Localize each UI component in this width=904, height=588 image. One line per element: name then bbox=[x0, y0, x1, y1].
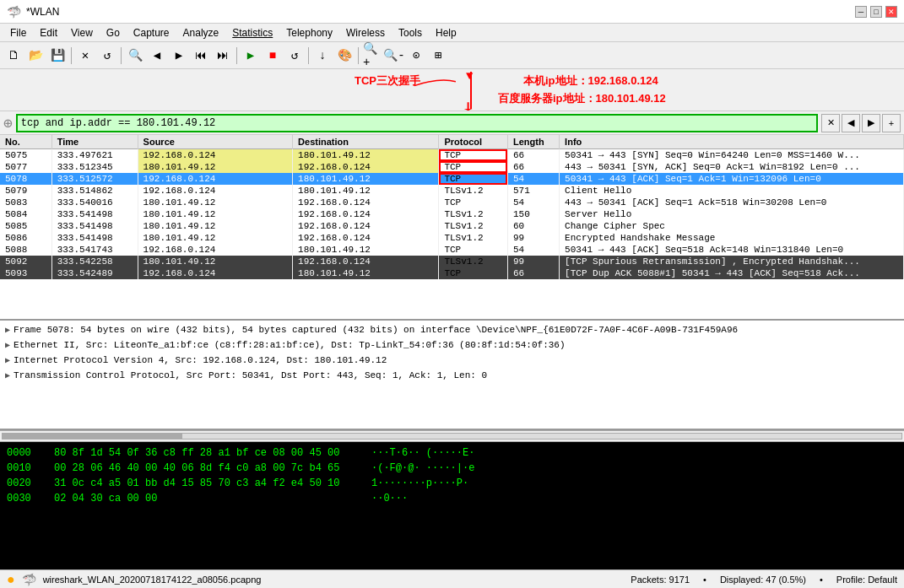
hex-ascii: ··0··· bbox=[371, 493, 408, 504]
packet-table-container[interactable]: No. Time Source Destination Protocol Len… bbox=[0, 135, 904, 321]
hex-panel[interactable]: 0000 80 8f 1d 54 0f 36 c8 ff 28 a1 bf ce… bbox=[0, 442, 904, 569]
col-header-info[interactable]: Info bbox=[560, 135, 904, 149]
table-row[interactable]: 5085 333.541498 180.101.49.12 192.168.0.… bbox=[0, 220, 904, 232]
col-header-dst[interactable]: Destination bbox=[293, 135, 439, 149]
menu-edit[interactable]: Edit bbox=[33, 25, 64, 40]
status-sep-2: • bbox=[820, 575, 823, 585]
detail-row[interactable]: ▶Frame 5078: 54 bytes on wire (432 bits)… bbox=[3, 322, 901, 337]
cell-len: 66 bbox=[507, 267, 559, 279]
cell-no: 5078 bbox=[0, 173, 51, 185]
hex-offset: 0000 bbox=[7, 447, 41, 459]
autoscroll-button[interactable]: ↓ bbox=[312, 46, 333, 66]
cell-time: 333.512345 bbox=[51, 161, 138, 173]
new-button[interactable]: 🗋 bbox=[3, 46, 24, 66]
capture-interfaces-button[interactable]: ▶ bbox=[241, 46, 261, 66]
go-first-button[interactable]: ⏮ bbox=[191, 46, 211, 66]
filter-apply-button[interactable]: + bbox=[882, 114, 901, 132]
capture-stop-button[interactable]: ■ bbox=[263, 46, 283, 66]
tcp-label: TCP三次握手 bbox=[355, 73, 420, 89]
baidu-ip-label: 百度服务器ip地址：180.101.49.12 bbox=[498, 91, 666, 106]
table-row[interactable]: 5079 333.514862 192.168.0.124 180.101.49… bbox=[0, 185, 904, 197]
cell-no: 5075 bbox=[0, 149, 51, 162]
find-button[interactable]: 🔍 bbox=[125, 46, 145, 66]
go-last-button[interactable]: ⏭ bbox=[213, 46, 233, 66]
table-row[interactable]: 5084 333.541498 180.101.49.12 192.168.0.… bbox=[0, 208, 904, 220]
cell-proto: TLSv1.2 bbox=[439, 185, 508, 197]
col-header-len[interactable]: Length bbox=[507, 135, 559, 149]
expand-all-button[interactable]: ⊞ bbox=[428, 46, 448, 66]
menu-go[interactable]: Go bbox=[100, 25, 127, 40]
status-filename: wireshark_WLAN_20200718174122_a08056.pca… bbox=[43, 575, 262, 585]
open-button[interactable]: 📂 bbox=[25, 46, 46, 66]
zoom-in-button[interactable]: 🔍+ bbox=[362, 46, 382, 66]
filter-clear-button[interactable]: ✕ bbox=[821, 114, 840, 132]
menu-statistics[interactable]: Statistics bbox=[225, 25, 279, 40]
cell-dst: 180.101.49.12 bbox=[293, 244, 439, 256]
cell-info: [TCP Spurious Retransmission] , Encrypte… bbox=[560, 256, 904, 267]
title-bar: 🦈 *WLAN ─ □ ✕ bbox=[0, 0, 904, 24]
detail-text: Transmission Control Protocol, Src Port:… bbox=[14, 370, 487, 380]
cell-len: 150 bbox=[507, 208, 559, 220]
colorize-button[interactable]: 🎨 bbox=[334, 46, 355, 66]
detail-panel[interactable]: ▶Frame 5078: 54 bytes on wire (432 bits)… bbox=[0, 321, 904, 430]
menu-wireless[interactable]: Wireless bbox=[339, 25, 392, 40]
filter-fwd-button[interactable]: ▶ bbox=[862, 114, 880, 132]
filter-back-button[interactable]: ◀ bbox=[842, 114, 860, 132]
go-back-button[interactable]: ◀ bbox=[147, 46, 167, 66]
zoom-out-button[interactable]: 🔍- bbox=[384, 46, 404, 66]
menu-view[interactable]: View bbox=[64, 25, 100, 40]
expand-arrow-icon: ▶ bbox=[5, 370, 10, 380]
detail-row[interactable]: ▶Ethernet II, Src: LiteonTe_a1:bf:ce (c8… bbox=[3, 337, 901, 353]
table-row[interactable]: 5086 333.541498 180.101.49.12 192.168.0.… bbox=[0, 232, 904, 244]
expand-arrow-icon: ▶ bbox=[5, 325, 10, 335]
cell-proto: TLSv1.2 bbox=[439, 232, 508, 244]
packet-table: No. Time Source Destination Protocol Len… bbox=[0, 135, 904, 279]
cell-time: 333.512572 bbox=[51, 173, 138, 185]
cell-src: 192.168.0.124 bbox=[138, 267, 293, 279]
toolbar-sep-1 bbox=[71, 47, 72, 64]
col-header-src[interactable]: Source bbox=[138, 135, 293, 149]
detail-text: Internet Protocol Version 4, Src: 192.16… bbox=[14, 355, 387, 365]
table-row[interactable]: 5075 333.497621 192.168.0.124 180.101.49… bbox=[0, 149, 904, 162]
cell-time: 333.541498 bbox=[51, 232, 138, 244]
cell-src: 192.168.0.124 bbox=[138, 244, 293, 256]
table-row[interactable]: 5077 333.512345 180.101.49.12 192.168.0.… bbox=[0, 161, 904, 173]
table-row[interactable]: 5078 333.512572 192.168.0.124 180.101.49… bbox=[0, 173, 904, 185]
reload-button[interactable]: ↺ bbox=[97, 46, 117, 66]
capture-restart-button[interactable]: ↺ bbox=[284, 46, 305, 66]
cell-dst: 192.168.0.124 bbox=[293, 197, 439, 208]
cell-proto: TCP bbox=[439, 244, 508, 256]
filter-input[interactable] bbox=[16, 114, 818, 132]
cell-time: 333.542258 bbox=[51, 256, 138, 267]
table-row[interactable]: 5083 333.540016 180.101.49.12 192.168.0.… bbox=[0, 197, 904, 208]
col-header-proto[interactable]: Protocol bbox=[439, 135, 508, 149]
col-header-no[interactable]: No. bbox=[0, 135, 51, 149]
maximize-button[interactable]: □ bbox=[870, 6, 882, 18]
hscroll-bar[interactable] bbox=[0, 430, 904, 442]
save-button[interactable]: 💾 bbox=[47, 46, 68, 66]
close-file-button[interactable]: ✕ bbox=[75, 46, 95, 66]
table-row[interactable]: 5093 333.542489 192.168.0.124 180.101.49… bbox=[0, 267, 904, 279]
detail-row[interactable]: ▶Internet Protocol Version 4, Src: 192.1… bbox=[3, 353, 901, 368]
go-forward-button[interactable]: ▶ bbox=[169, 46, 189, 66]
menu-capture[interactable]: Capture bbox=[127, 25, 176, 40]
menu-tools[interactable]: Tools bbox=[392, 25, 429, 40]
cell-no: 5077 bbox=[0, 161, 51, 173]
cell-dst: 180.101.49.12 bbox=[293, 267, 439, 279]
table-row[interactable]: 5088 333.541743 192.168.0.124 180.101.49… bbox=[0, 244, 904, 256]
toolbar-sep-4 bbox=[308, 47, 309, 64]
cell-info: Client Hello bbox=[560, 185, 904, 197]
menu-telephony[interactable]: Telephony bbox=[279, 25, 339, 40]
table-row[interactable]: 5092 333.542258 180.101.49.12 192.168.0.… bbox=[0, 256, 904, 267]
close-button[interactable]: ✕ bbox=[885, 6, 897, 18]
zoom-reset-button[interactable]: ⊙ bbox=[406, 46, 426, 66]
menu-file[interactable]: File bbox=[3, 25, 33, 40]
col-header-time[interactable]: Time bbox=[51, 135, 138, 149]
hex-bytes: 00 28 06 46 40 00 40 06 8d f4 c0 a8 00 7… bbox=[54, 462, 358, 474]
menu-help[interactable]: Help bbox=[429, 25, 463, 40]
minimize-button[interactable]: ─ bbox=[855, 6, 867, 18]
hscroll-track[interactable] bbox=[2, 433, 902, 440]
menu-analyze[interactable]: Analyze bbox=[176, 25, 226, 40]
cell-time: 333.541498 bbox=[51, 208, 138, 220]
detail-row[interactable]: ▶Transmission Control Protocol, Src Port… bbox=[3, 368, 901, 383]
